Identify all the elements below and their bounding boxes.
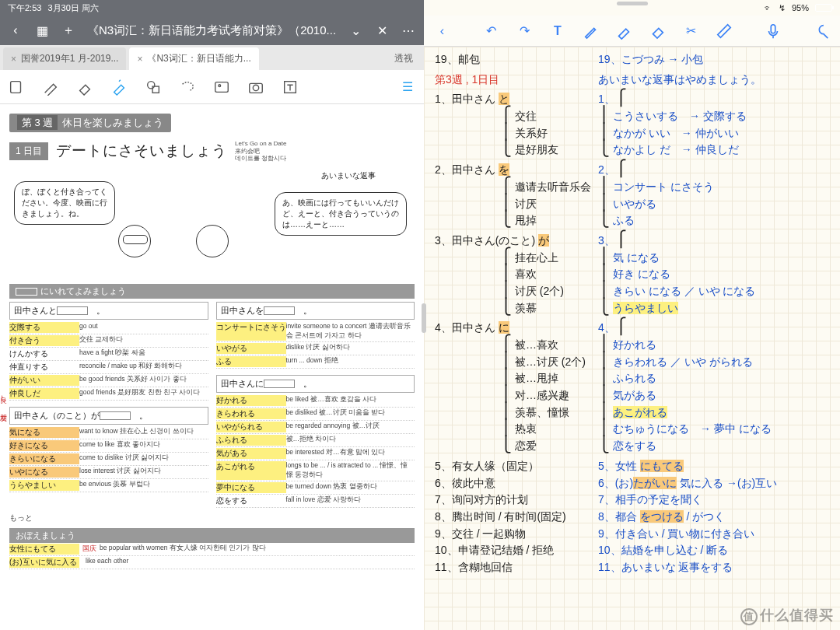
- right-toolbar: ‹ ↶ ↷ T ✂: [424, 16, 840, 47]
- vocab-row: 交際するgo out: [9, 321, 208, 334]
- vocab-row: 仲がいいbe good friends 关系好 사이가 좋다: [9, 374, 208, 387]
- vocab-row: うらやましいbe envious 羡慕 부럽다: [9, 479, 208, 492]
- vocab-row: ふられる被…拒绝 차이다: [216, 434, 415, 447]
- vocab-row: けんかするhave a fight 吵架 싸움: [9, 348, 208, 361]
- svg-rect-8: [771, 24, 775, 33]
- redo-icon[interactable]: ↷: [516, 22, 534, 40]
- image-tool-icon[interactable]: [212, 77, 232, 97]
- pen-tool-icon[interactable]: [582, 22, 600, 40]
- lasso-tool-icon[interactable]: [177, 77, 198, 97]
- left-toolbar: ☰: [0, 70, 424, 104]
- battery-icon: [815, 4, 832, 12]
- person-2: [196, 225, 243, 279]
- vocab-row: 夢中になるbe turned down 热衷 열중하다: [216, 481, 415, 495]
- watermark: 值什么值得买: [740, 606, 834, 625]
- vocab-row: あこがれるlongs to be ... / is attracted to .…: [216, 460, 415, 481]
- svg-rect-3: [215, 82, 229, 92]
- shape-tool-icon[interactable]: [143, 77, 163, 97]
- vocab-row: きらわれるbe disliked 被…讨厌 미움을 받다: [216, 408, 415, 421]
- person-1: [118, 225, 165, 279]
- text-tool-icon[interactable]: [280, 77, 300, 97]
- right-pane: ᯤ ↯95% ‹ ↶ ↷ T ✂ 19、邮包19、こづつみ → 小包 第3週 ,…: [424, 0, 840, 630]
- tab-bar: ×国誉2019年1 月-2019... ×《N3词汇：新日语能力... 透视: [0, 45, 424, 70]
- back-icon[interactable]: ‹: [433, 22, 451, 40]
- pen-tool-icon[interactable]: [40, 77, 61, 97]
- more-icon[interactable]: ⋯: [401, 23, 416, 38]
- select-tool-icon[interactable]: [6, 77, 26, 97]
- vocab-row: 恋をするfall in love 恋爱 사랑하다: [216, 495, 415, 508]
- dialog-illustration: あいまいな返事 ぼ、ぼくと付き合ってください。今度、映画に行きましょう。ね。 あ…: [9, 170, 415, 279]
- menu-icon[interactable]: ☰: [397, 77, 418, 97]
- vocab-row: 仲良しだgood friends 是好朋友 친한 친구 사이다: [9, 387, 208, 401]
- drag-handle[interactable]: [617, 2, 648, 5]
- scissors-icon[interactable]: ✂: [682, 22, 700, 40]
- section-reading: にいれてよみましょう: [9, 284, 415, 299]
- tab-1[interactable]: ×国誉2019年1 月-2019...: [3, 47, 126, 70]
- red-annotation: 良し: [0, 390, 9, 398]
- vocab-col-2: 田中さんを 。 コンサートにさそうinvite someone to a con…: [216, 302, 415, 508]
- week-banner: 第 3 週休日を楽しみましょう: [9, 114, 171, 132]
- motto-label: もっと: [9, 513, 415, 523]
- split-divider[interactable]: [422, 303, 426, 333]
- section-memo: おぼえましょう: [9, 528, 415, 543]
- vocab-row: いやになるlose interest 讨厌 싫어지다: [9, 466, 208, 479]
- vocab-row: 好きになるcome to like 喜欢 좋아지다: [9, 439, 208, 453]
- svg-point-6: [253, 85, 258, 90]
- vocab-row: 付き合う交往 교제하다: [9, 334, 208, 348]
- vocab-row: ふるturn ... down 拒绝: [216, 355, 415, 369]
- doc-title: 《N3词汇：新日语能力考试考前对策》（2010...: [87, 23, 337, 38]
- left-header: ‹ ▦ ＋ 《N3词汇：新日语能力考试考前对策》（2010... ⌄ ✕ ⋯: [0, 16, 424, 45]
- left-pane: 下午2:53 3月30日 周六 ‹ ▦ ＋ 《N3词汇：新日语能力考试考前对策》…: [0, 0, 424, 630]
- vocab-row: コンサートにさそうinvite someone to a concert 邀请去…: [216, 321, 415, 342]
- wifi-icon: ᯤ: [764, 3, 772, 12]
- tab-close-icon[interactable]: ×: [137, 54, 142, 65]
- svg-point-1: [148, 81, 155, 88]
- document-view[interactable]: 第 3 週休日を楽しみましょう 1 日目 デートにさそいましょう Let's G…: [0, 104, 424, 630]
- vocab-row: きらいになるcome to dislike 讨厌 싫어지다: [9, 453, 208, 466]
- vocab-row: 気があるbe interested 对…有意 맘에 있다: [216, 447, 415, 460]
- notes-canvas[interactable]: 19、邮包19、こづつみ → 小包 第3週 , 1日目あいまいな返事はやめましょ…: [424, 47, 840, 630]
- back-icon[interactable]: ‹: [8, 23, 23, 38]
- vocab-row: 仲直りするreconcile / make up 和好 화해하다: [9, 361, 208, 374]
- grid-icon[interactable]: ▦: [34, 23, 50, 38]
- tab-extra[interactable]: 透视: [383, 47, 424, 70]
- svg-rect-0: [11, 81, 21, 93]
- svg-point-4: [219, 84, 221, 86]
- settings-icon[interactable]: [813, 22, 831, 40]
- ruler-icon[interactable]: [716, 22, 733, 40]
- highlighter-tool-icon[interactable]: [615, 22, 633, 40]
- vocab-col-1: 田中さんと 。 交際するgo out付き合う交往 교제하다けんかするhave a…: [9, 302, 208, 508]
- vocab-row: いやがるdislike 讨厌 싫어하다: [216, 342, 415, 355]
- status-bar: 下午2:53 3月30日 周六: [0, 0, 424, 16]
- close-icon[interactable]: ✕: [374, 23, 390, 38]
- undo-icon[interactable]: ↶: [482, 22, 500, 40]
- status-date: 3月30日 周六: [47, 2, 98, 14]
- highlighter-tool-icon[interactable]: [109, 77, 129, 97]
- tab-2[interactable]: ×《N3词汇：新日语能力...: [129, 47, 258, 70]
- speech-bubble-1: ぼ、ぼくと付き合ってください。今度、映画に行きましょう。ね。: [14, 181, 115, 225]
- day-row: 1 日目 デートにさそいましょう Let's Go on a Date来约会吧데…: [9, 140, 415, 163]
- vocab-row: いやがられるbe regarded annoying 被…讨厌: [216, 421, 415, 434]
- chevron-down-icon[interactable]: ⌄: [348, 23, 363, 38]
- speech-bubble-2: あ、映画には行ってもいいんだけど、えーと、付き合うっていうのは……えーと……: [275, 192, 407, 236]
- status-time: 下午2:53: [8, 2, 41, 14]
- camera-tool-icon[interactable]: [246, 77, 266, 97]
- tab-close-icon[interactable]: ×: [11, 54, 16, 65]
- vocab-row: 好かれるbe liked 被…喜欢 호감을 사다: [216, 394, 415, 408]
- text-tool-icon[interactable]: T: [548, 22, 566, 40]
- eraser-tool-icon[interactable]: [649, 22, 667, 40]
- add-icon[interactable]: ＋: [61, 23, 76, 38]
- mic-icon[interactable]: [764, 22, 782, 40]
- eraser-tool-icon[interactable]: [75, 77, 95, 97]
- vocab-row: 気になるwant to know 挂在心上 신경이 쓰이다: [9, 426, 208, 439]
